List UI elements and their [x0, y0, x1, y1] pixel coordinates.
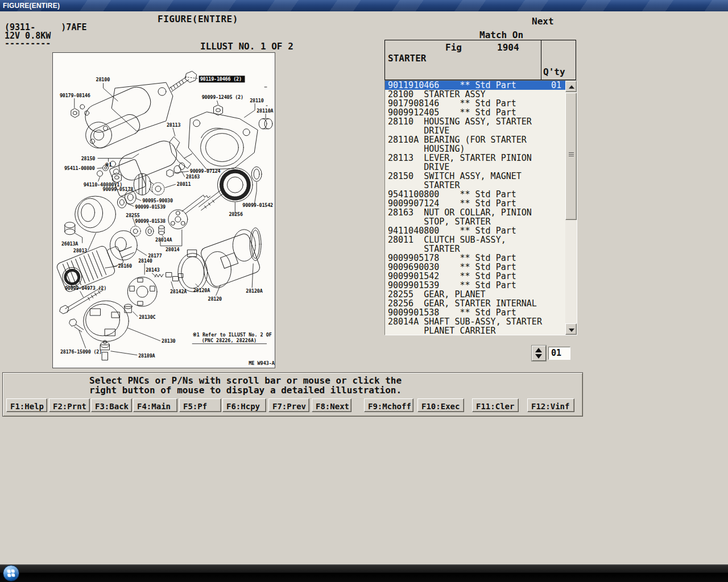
part-number-label[interactable]: 28113: [167, 122, 181, 128]
function-key-f12[interactable]: F12:Vinf: [527, 398, 574, 412]
function-key-f9[interactable]: F9:Mchoff: [364, 398, 413, 412]
scroll-thumb[interactable]: [565, 93, 577, 220]
function-key-f3[interactable]: F3:Back: [91, 398, 132, 412]
part-number-label[interactable]: 28013: [73, 248, 88, 253]
part-number-label[interactable]: 28176-15090 (2): [60, 349, 102, 355]
part-number-label[interactable]: 28143: [146, 267, 160, 273]
windows-logo-icon: [7, 569, 16, 578]
part-number-label[interactable]: 28110A: [257, 108, 273, 114]
part-number-label[interactable]: 28100: [96, 77, 110, 82]
window-titlebar[interactable]: FIGURE(ENTIRE): [0, 0, 728, 11]
fig-label: Fig: [445, 42, 462, 53]
part-number-label[interactable]: 28014A: [155, 237, 172, 243]
parts-list-row[interactable]: 9009901542 ** Std Part: [385, 272, 566, 281]
parts-list-row[interactable]: 9009907124 ** Std Part: [385, 199, 566, 208]
windows-taskbar[interactable]: ▤e▦●ϟO Toyota Sportscar O...FIGURE(ENTIR…: [0, 564, 728, 582]
row-qty-value: 01: [551, 81, 561, 90]
parts-list-row[interactable]: 9541100800 ** Std Part: [385, 190, 566, 199]
part-number-label[interactable]: 90119-10466 (2): [200, 76, 242, 82]
function-key-f1[interactable]: F1:Help: [6, 398, 47, 412]
part-number-label[interactable]: 28120A: [246, 288, 262, 294]
function-key-f2[interactable]: F2:Prnt: [49, 398, 90, 412]
part-number-label[interactable]: 90179-08146: [60, 93, 90, 98]
parts-list-row[interactable]: 9017908146 ** Std Part: [385, 99, 566, 108]
qty-spinner[interactable]: [532, 346, 546, 361]
part-number-label[interactable]: 28189A: [138, 353, 155, 359]
parts-list-row[interactable]: DRIVE: [385, 163, 566, 172]
parts-list-row[interactable]: 28110 HOUSING ASSY, STARTER: [385, 117, 566, 126]
part-number-label[interactable]: 28120: [208, 296, 222, 302]
parts-list-row[interactable]: 9411040800 ** Std Part: [385, 226, 566, 235]
part-number-label[interactable]: 28150: [81, 156, 96, 161]
next-label[interactable]: Next: [532, 16, 554, 27]
illustration-panel[interactable]: 2810090119-10466 (2)90179-0814690099-124…: [52, 52, 275, 368]
part-number-label[interactable]: 90095-90030: [142, 198, 173, 203]
parts-list-row[interactable]: 28163 NUT OR COLLAR, PINION: [385, 208, 566, 217]
function-key-f11[interactable]: F11:Cler: [472, 398, 519, 412]
parts-list[interactable]: 9011910466 ** Std Part0128100 STARTER AS…: [384, 80, 577, 335]
parts-list-row[interactable]: 9009912405 ** Std Part: [385, 108, 566, 117]
spinner-up-icon[interactable]: [535, 348, 542, 352]
part-number-label[interactable]: 28011: [177, 181, 191, 187]
parts-list-row[interactable]: 28110A BEARING (FOR STARTER: [385, 135, 566, 144]
part-number-label[interactable]: 28110: [250, 98, 264, 103]
parts-list-row[interactable]: 9009905178 ** Std Part: [385, 253, 566, 263]
part-number-label[interactable]: 95411-00800: [64, 165, 95, 171]
part-number-label[interactable]: 26013A: [61, 241, 78, 247]
parts-list-row[interactable]: STARTER: [385, 244, 566, 253]
parts-list-row[interactable]: 28014A SHAFT SUB-ASSY, STARTER: [385, 317, 566, 326]
refer-note-line2: (PNC 28226, 28226A): [202, 338, 257, 343]
part-number-label[interactable]: 90099-01542: [242, 202, 273, 208]
parts-list-row[interactable]: 28100 STARTER ASSY: [385, 90, 566, 99]
start-button[interactable]: [3, 565, 19, 581]
scroll-up-button[interactable]: [565, 81, 577, 92]
part-number-label[interactable]: 28142A: [170, 289, 187, 294]
part-number-label[interactable]: 28160: [118, 263, 132, 269]
parts-list-row[interactable]: DRIVE: [385, 126, 566, 135]
part-number-label[interactable]: 28120A: [193, 288, 210, 293]
parts-list-row[interactable]: HOUSING): [385, 144, 566, 153]
instruction-panel: Select PNCs or P/Ns with scroll bar or m…: [2, 372, 583, 417]
part-number-label[interactable]: 90099-12405 (2): [202, 94, 243, 100]
parts-rows[interactable]: 9011910466 ** Std Part0128100 STARTER AS…: [385, 81, 566, 335]
part-number-label[interactable]: ※1: [105, 162, 112, 168]
scroll-down-button[interactable]: [565, 323, 577, 335]
part-number-label[interactable]: 28130C: [139, 314, 155, 320]
fig-name: STARTER: [388, 53, 426, 64]
part-number-label[interactable]: 28014: [166, 247, 180, 252]
part-number-label[interactable]: 28130: [162, 338, 176, 344]
parts-list-row[interactable]: 28113 LEVER, STARTER PINION: [385, 153, 566, 163]
parts-list-row[interactable]: 28150 SWITCH ASSY, MAGNET: [385, 172, 566, 181]
parts-list-row[interactable]: STARTER: [385, 181, 566, 190]
parts-list-row[interactable]: 9009690030 ** Std Part: [385, 263, 566, 272]
function-key-f5[interactable]: F5:Pf: [179, 398, 221, 412]
part-number-label[interactable]: 90099-05178: [103, 186, 134, 192]
part-number-label[interactable]: 90099-01539: [135, 204, 166, 210]
parts-list-row[interactable]: 28011 CLUTCH SUB-ASSY,: [385, 235, 566, 244]
part-number-label[interactable]: 28256: [229, 211, 243, 217]
scroll-up-icon: [569, 85, 574, 89]
instruction-line2: right button of mouse to display a detai…: [89, 385, 402, 396]
part-number-label[interactable]: 90099-07124: [190, 168, 221, 174]
parts-list-row[interactable]: STOP, STARTER: [385, 217, 566, 226]
parts-list-row[interactable]: PLANET CARRIER: [385, 326, 566, 335]
parts-list-row[interactable]: 9011910466 ** Std Part01: [385, 81, 566, 90]
qty-spinner-field[interactable]: 01: [548, 347, 570, 360]
spinner-down-icon[interactable]: [535, 354, 542, 359]
part-number-label[interactable]: 28255: [126, 213, 140, 218]
parts-list-row[interactable]: 28256 GEAR, STARTER INTERNAL: [385, 299, 566, 308]
function-key-f8[interactable]: F8:Next: [312, 398, 351, 412]
parts-scrollbar[interactable]: [565, 81, 577, 335]
parts-list-row[interactable]: 28255 GEAR, PLANET: [385, 290, 566, 299]
part-number-label[interactable]: 90099-04973 (2): [65, 285, 106, 291]
parts-list-row[interactable]: 9009901539 ** Std Part: [385, 281, 566, 290]
function-key-f10[interactable]: F10:Exec: [417, 398, 464, 412]
part-number-label[interactable]: 90099-01538: [135, 218, 166, 224]
function-key-f7[interactable]: F7:Prev: [268, 398, 309, 412]
dash-separator: ---------: [5, 38, 51, 48]
part-number-label[interactable]: 28163: [186, 174, 200, 180]
function-key-f6[interactable]: F6:Hcpy: [222, 398, 266, 412]
part-number-label[interactable]: 28140: [138, 258, 152, 264]
parts-list-row[interactable]: 9009901538 ** Std Part: [385, 308, 566, 317]
function-key-f4[interactable]: F4:Main: [133, 398, 177, 412]
